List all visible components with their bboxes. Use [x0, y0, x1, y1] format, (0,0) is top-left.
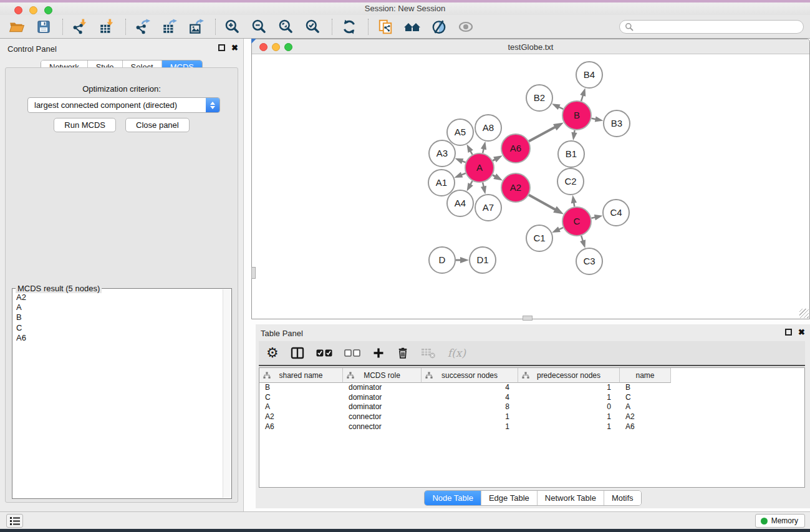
- save-session-icon[interactable]: [34, 17, 53, 36]
- task-history-button[interactable]: [6, 514, 23, 528]
- run-mcds-button[interactable]: Run MCDS: [54, 118, 116, 132]
- table-row[interactable]: Cdominator41C: [259, 393, 804, 403]
- table-cell[interactable]: 8: [422, 402, 518, 412]
- graph-node-B1[interactable]: B1: [558, 141, 584, 167]
- graph-node-A8[interactable]: A8: [475, 115, 501, 141]
- table-cell[interactable]: 4: [422, 393, 518, 403]
- frame-resize-grip[interactable]: [799, 309, 809, 318]
- zoom-out-icon[interactable]: [250, 17, 269, 36]
- tab-motifs[interactable]: Motifs: [604, 491, 641, 505]
- add-column-icon[interactable]: [372, 344, 385, 362]
- memory-button[interactable]: Memory: [755, 514, 805, 528]
- graph-edge-A-A8[interactable]: [483, 148, 484, 153]
- graph-node-A[interactable]: A: [465, 153, 494, 182]
- graph-edge-A2-C[interactable]: [529, 195, 556, 210]
- table-cell[interactable]: A6: [620, 422, 671, 432]
- table-cell[interactable]: dominator: [343, 393, 422, 403]
- select-all-checkboxes-icon[interactable]: [316, 344, 332, 362]
- graph-node-A4[interactable]: A4: [447, 190, 473, 216]
- table-cell[interactable]: 1: [422, 422, 518, 432]
- graph-edge-C-C1[interactable]: [559, 228, 563, 230]
- zoom-in-icon[interactable]: [223, 17, 242, 36]
- graph-node-A3[interactable]: A3: [429, 140, 455, 167]
- tab-network-table[interactable]: Network Table: [537, 491, 604, 505]
- table-row[interactable]: Adominator80A: [259, 402, 804, 412]
- table-cell[interactable]: 1: [422, 412, 518, 422]
- column-header-name[interactable]: name: [620, 368, 671, 383]
- graph-edge-B-B4[interactable]: [581, 95, 583, 101]
- result-item[interactable]: A6: [16, 333, 221, 343]
- table-cell[interactable]: dominator: [343, 402, 422, 412]
- result-item[interactable]: B: [16, 312, 221, 322]
- delete-table-icon[interactable]: [421, 344, 436, 362]
- delete-column-trash-icon[interactable]: [397, 344, 409, 362]
- graph-node-A5[interactable]: A5: [447, 119, 473, 145]
- table-cell[interactable]: C: [620, 393, 671, 403]
- float-panel-icon[interactable]: [218, 44, 225, 51]
- graphics-details-icon[interactable]: [430, 17, 448, 36]
- graph-node-B3[interactable]: B3: [604, 110, 630, 137]
- graph-node-C2[interactable]: C2: [557, 168, 584, 195]
- table-row[interactable]: Bdominator41B: [259, 383, 804, 393]
- column-header-predecessor-nodes[interactable]: predecessor nodes: [518, 368, 620, 383]
- refresh-icon[interactable]: [340, 17, 359, 36]
- graph-node-D1[interactable]: D1: [470, 247, 496, 273]
- network-canvas[interactable]: B4B2BB3A5A8A6A3B1AC2A1A2A4A7C4CC1C3DD1: [252, 54, 809, 319]
- graph-edge-A6-B[interactable]: [529, 127, 556, 142]
- table-cell[interactable]: B: [259, 383, 343, 393]
- graph-node-C[interactable]: C: [562, 207, 591, 236]
- show-hide-eye-icon[interactable]: [456, 17, 475, 36]
- zoom-selected-icon[interactable]: [304, 17, 322, 36]
- table-cell[interactable]: A2: [620, 412, 671, 422]
- export-network-icon[interactable]: [133, 17, 152, 36]
- table-cell[interactable]: connector: [343, 412, 422, 422]
- table-cell[interactable]: 1: [518, 412, 620, 422]
- table-cell[interactable]: B: [620, 383, 671, 393]
- network-window-titlebar[interactable]: testGlobe.txt: [252, 39, 809, 54]
- frame-side-handle[interactable]: [251, 267, 256, 279]
- table-cell[interactable]: 1: [518, 422, 620, 432]
- graph-node-A2[interactable]: A2: [501, 173, 530, 202]
- table-row[interactable]: A6connector11A6: [259, 422, 804, 432]
- table-cell[interactable]: 1: [518, 383, 620, 393]
- tab-node-table[interactable]: Node Table: [425, 491, 481, 505]
- result-item[interactable]: C: [16, 323, 221, 333]
- graph-node-A6[interactable]: A6: [501, 134, 530, 163]
- import-table-icon[interactable]: [97, 17, 116, 36]
- graph-node-B2[interactable]: B2: [526, 85, 552, 111]
- graph-node-C3[interactable]: C3: [576, 248, 602, 274]
- table-cell[interactable]: 4: [422, 383, 518, 393]
- search-input[interactable]: [634, 22, 798, 31]
- search-field[interactable]: [619, 20, 804, 34]
- table-cell[interactable]: C: [259, 393, 343, 403]
- result-scrollbar[interactable]: [223, 289, 231, 498]
- close-panel-icon[interactable]: ✖: [798, 329, 805, 336]
- graph-edge-A-A4[interactable]: [470, 181, 472, 185]
- float-panel-icon[interactable]: [785, 329, 792, 336]
- criterion-dropdown[interactable]: largest connected component (directed): [27, 97, 220, 113]
- open-file-icon[interactable]: [7, 17, 26, 36]
- column-header-successor-nodes[interactable]: successor nodes: [422, 368, 518, 383]
- export-table-icon[interactable]: [160, 17, 179, 36]
- result-item[interactable]: A: [16, 302, 221, 312]
- tab-edge-table[interactable]: Edge Table: [481, 491, 537, 505]
- table-cell[interactable]: 0: [518, 402, 620, 412]
- column-header-MCDS-role[interactable]: MCDS role: [343, 368, 422, 383]
- graph-node-A1[interactable]: A1: [428, 170, 455, 196]
- graph-edge-B-B2[interactable]: [559, 107, 563, 109]
- graph-node-B[interactable]: B: [562, 101, 591, 130]
- graph-edge-C-C2[interactable]: [574, 203, 574, 207]
- split-divider-handle[interactable]: [523, 316, 533, 321]
- close-panel-button[interactable]: Close panel: [125, 118, 190, 132]
- table-cell[interactable]: A2: [259, 412, 343, 422]
- zoom-fit-icon[interactable]: [277, 17, 296, 36]
- table-cell[interactable]: connector: [343, 422, 422, 432]
- split-columns-icon[interactable]: [291, 344, 304, 362]
- table-cell[interactable]: dominator: [343, 383, 422, 393]
- graph-node-C4[interactable]: C4: [603, 200, 629, 226]
- import-network-icon[interactable]: [70, 17, 89, 36]
- table-row[interactable]: A2connector11A2: [259, 412, 804, 422]
- network-view-window[interactable]: testGlobe.txt B4B2BB3A5A8A6A3B1AC2A1A2A4…: [251, 39, 810, 319]
- table-cell[interactable]: A: [620, 402, 671, 412]
- function-builder-icon[interactable]: f(x): [448, 344, 466, 362]
